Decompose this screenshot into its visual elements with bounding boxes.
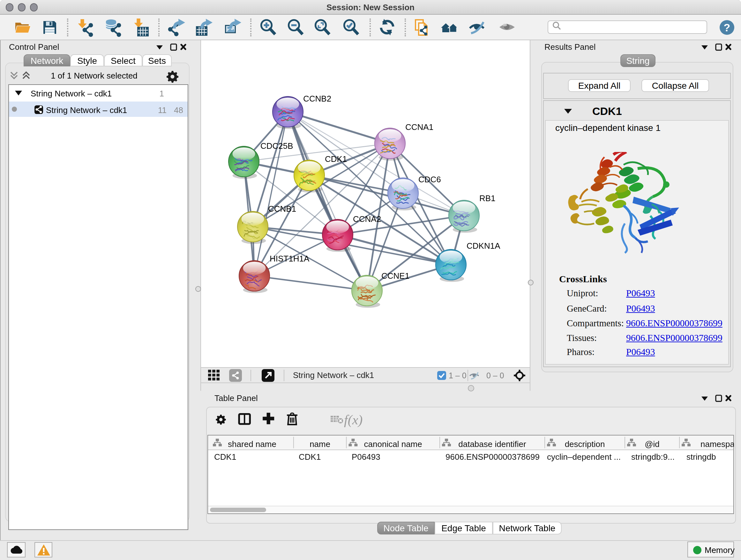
svg-text:1 – 0: 1 – 0 [449,371,467,380]
svg-text:CDC6: CDC6 [418,175,441,184]
svg-text:RB1: RB1 [479,193,495,203]
svg-text:HIST1H1A: HIST1H1A [270,254,310,263]
svg-text:CCNE1: CCNE1 [381,271,409,281]
svg-text:CCNB2: CCNB2 [303,94,331,104]
svg-text:CDK1: CDK1 [325,154,347,164]
svg-text:CDKN1A: CDKN1A [467,241,500,251]
svg-text:f(x): f(x) [344,413,362,428]
svg-text:CCNA1: CCNA1 [405,122,433,132]
svg-text:0 – 0: 0 – 0 [486,371,504,380]
svg-text:CDC25B: CDC25B [260,141,293,151]
svg-text:CCNA2: CCNA2 [353,214,381,224]
svg-text:CCNB1: CCNB1 [268,204,296,213]
svg-text:?: ? [724,21,731,34]
